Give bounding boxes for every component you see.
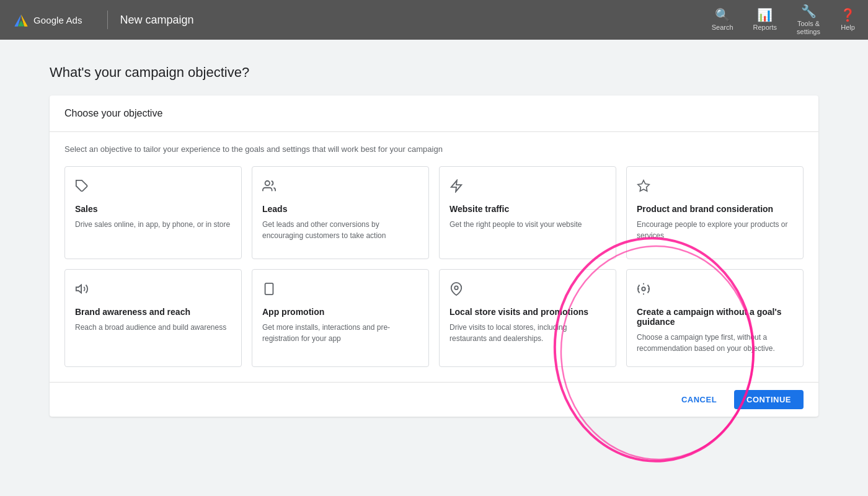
topbar: Google Ads New campaign 🔍 Search 📊 Repor… [0, 0, 868, 40]
leads-icon [262, 179, 418, 197]
continue-button[interactable]: CONTINUE [734, 390, 804, 409]
brand-awareness-title: Brand awareness and reach [75, 307, 231, 317]
search-label: Search [712, 24, 733, 32]
no-guidance-icon [637, 282, 793, 299]
help-icon: ❓ [840, 7, 856, 22]
card-body: Select an objective to tailor your exper… [50, 132, 818, 382]
app-promotion-title: App promotion [262, 307, 418, 317]
campaign-objective-card: Choose your objective Select an objectiv… [50, 95, 818, 417]
objective-no-guidance[interactable]: Create a campaign without a goal's guida… [626, 269, 804, 367]
reports-label: Reports [753, 24, 777, 32]
sales-icon [75, 179, 231, 197]
objective-brand-awareness[interactable]: Brand awareness and reach Reach a broad … [64, 269, 242, 367]
website-traffic-desc: Get the right people to visit your websi… [450, 219, 606, 230]
card-header: Choose your objective [50, 95, 818, 132]
sales-title: Sales [75, 204, 231, 214]
help-label: Help [841, 24, 855, 32]
search-action[interactable]: 🔍 Search [712, 7, 733, 32]
website-traffic-title: Website traffic [450, 204, 606, 214]
leads-title: Leads [262, 204, 418, 214]
app-promotion-desc: Get more installs, interactions and pre-… [262, 322, 418, 344]
svg-point-17 [642, 287, 645, 291]
google-ads-logo: Google Ads [12, 11, 82, 29]
topbar-page-title: New campaign [120, 14, 194, 27]
google-ads-text: Google Ads [33, 15, 82, 25]
tools-label: Tools &settings [797, 20, 820, 36]
card-subtitle: Select an objective to tailor your exper… [64, 144, 804, 154]
objective-app-promotion[interactable]: App promotion Get more installs, interac… [252, 269, 429, 367]
tools-icon: 🔧 [801, 4, 817, 19]
product-brand-desc: Encourage people to explore your product… [637, 219, 793, 241]
local-store-title: Local store visits and promotions [450, 307, 606, 317]
svg-point-9 [265, 181, 270, 185]
product-brand-icon [637, 179, 793, 197]
svg-marker-10 [451, 180, 462, 192]
topbar-actions: 🔍 Search 📊 Reports 🔧 Tools &settings ❓ H… [712, 4, 856, 36]
search-icon: 🔍 [715, 7, 730, 22]
svg-point-16 [454, 286, 458, 290]
objective-sales[interactable]: Sales Drive sales online, in app, by pho… [64, 166, 242, 259]
objective-leads[interactable]: Leads Get leads and other conversions by… [252, 166, 429, 259]
no-guidance-desc: Choose a campaign type first, without a … [637, 332, 793, 354]
local-store-desc: Drive visits to local stores, including … [450, 322, 606, 344]
reports-icon: 📊 [757, 7, 773, 22]
brand-awareness-icon [75, 282, 231, 299]
leads-desc: Get leads and other conversions by encou… [262, 219, 418, 241]
website-traffic-icon [450, 179, 606, 197]
card-header-title: Choose your objective [64, 108, 162, 118]
tools-settings-action[interactable]: 🔧 Tools &settings [797, 4, 820, 36]
objective-local-store[interactable]: Local store visits and promotions Drive … [439, 269, 616, 367]
svg-marker-13 [76, 285, 81, 293]
app-promotion-icon [262, 282, 418, 299]
reports-action[interactable]: 📊 Reports [753, 7, 777, 32]
page-heading: What's your campaign objective? [50, 64, 818, 81]
objective-product-brand[interactable]: Product and brand consideration Encourag… [626, 166, 804, 259]
local-store-icon [450, 282, 606, 299]
sales-desc: Drive sales online, in app, by phone, or… [75, 219, 231, 230]
svg-marker-11 [638, 180, 649, 191]
cancel-button[interactable]: CANCEL [671, 390, 727, 409]
objective-website-traffic[interactable]: Website traffic Get the right people to … [439, 166, 616, 259]
no-guidance-title: Create a campaign without a goal's guida… [637, 307, 793, 327]
google-ads-logo-icon [12, 11, 30, 29]
main-content: What's your campaign objective? Choose y… [0, 40, 868, 441]
topbar-divider [107, 11, 108, 29]
card-footer: CANCEL CONTINUE [50, 382, 818, 417]
brand-awareness-desc: Reach a broad audience and build awarene… [75, 322, 231, 333]
objectives-grid: Sales Drive sales online, in app, by pho… [64, 166, 804, 367]
help-action[interactable]: ❓ Help [840, 7, 856, 32]
product-brand-title: Product and brand consideration [637, 204, 793, 214]
